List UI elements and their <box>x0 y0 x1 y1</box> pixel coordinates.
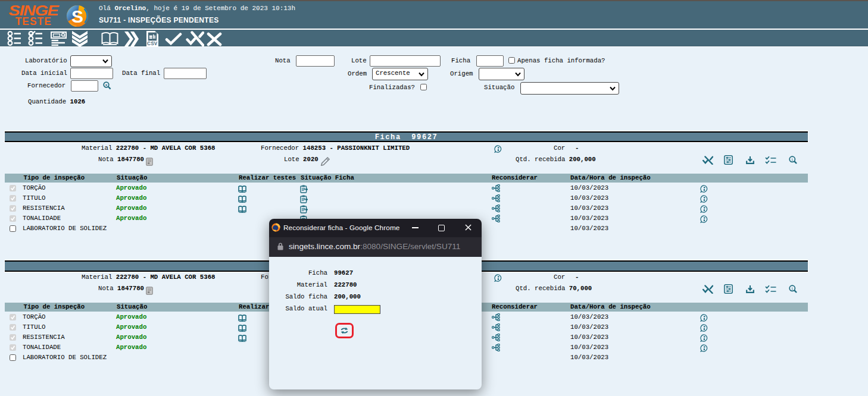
svg-text:CSV: CSV <box>147 41 158 46</box>
svg-text:★: ★ <box>105 83 108 87</box>
svg-text:S: S <box>71 7 83 26</box>
